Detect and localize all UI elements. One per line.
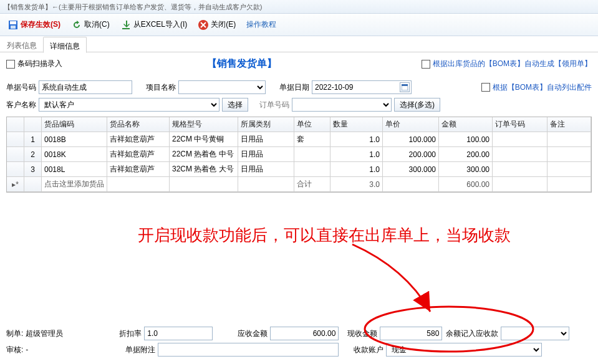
table-row[interactable]: 20018K吉祥如意葫芦22CM 热着色 中号日用品1.0200.000200.…: [7, 147, 591, 162]
save-button[interactable]: 保存生效(S): [2, 16, 65, 34]
customer-label: 客户名称: [6, 100, 36, 110]
col-name[interactable]: 货品名称: [107, 117, 170, 132]
col-price[interactable]: 单价: [383, 117, 439, 132]
col-remark[interactable]: 备注: [547, 117, 591, 132]
cell-qty[interactable]: 1.0: [330, 162, 383, 177]
cash-amount-label: 现收金额: [347, 328, 377, 339]
doc-no-input[interactable]: [39, 80, 132, 94]
col-spec[interactable]: 规格型号: [170, 117, 238, 132]
cell-code[interactable]: 0018B: [42, 132, 107, 147]
items-grid[interactable]: 货品编码 货品名称 规格型号 所属类别 单位 数量 单价 金额 订单号码 备注 …: [6, 117, 592, 193]
remain-select[interactable]: [501, 327, 569, 340]
cell-qty[interactable]: 1.0: [330, 147, 383, 162]
detail-panel: 条码扫描录入 【销售发货单】 根据出库货品的【BOM表】自动生成【领用单】 单据…: [0, 52, 598, 198]
row-index: 1: [24, 132, 42, 147]
col-amount[interactable]: 金额: [439, 117, 493, 132]
cell-price[interactable]: 100.000: [383, 132, 439, 147]
window-titlebar: 【销售发货单】←(主要用于根据销售订单给客户发货、退货等，并自动生成客户欠款): [0, 0, 598, 14]
note-label: 单据附注: [125, 345, 155, 355]
cell-category[interactable]: 日用品: [238, 147, 294, 162]
col-code[interactable]: 货品编码: [42, 117, 107, 132]
svg-rect-6: [402, 84, 408, 86]
cell-name[interactable]: 吉祥如意葫芦: [107, 147, 170, 162]
cell-spec[interactable]: 22CM 热着色 中号: [170, 147, 238, 162]
cell-remark[interactable]: [547, 162, 591, 177]
cell-amount[interactable]: 100.00: [439, 132, 493, 147]
save-icon: [7, 19, 19, 31]
cell-spec[interactable]: 22CM 中号黄铜: [170, 132, 238, 147]
cell-price[interactable]: 200.000: [383, 147, 439, 162]
tab-strip: 列表信息 详细信息: [0, 36, 598, 52]
cell-amount[interactable]: 200.00: [439, 147, 493, 162]
import-label: 从EXCEL导入(I): [133, 19, 188, 30]
auditor-label: 审核:: [6, 345, 23, 355]
cell-code[interactable]: 0018K: [42, 147, 107, 162]
sum-amount: 600.00: [439, 177, 493, 192]
doc-date-picker[interactable]: 2022-10-09: [312, 80, 412, 94]
page-title: 【销售发货单】: [62, 57, 422, 70]
note-input[interactable]: [158, 343, 339, 357]
cell-remark[interactable]: [547, 147, 591, 162]
import-excel-button[interactable]: 从EXCEL导入(I): [115, 16, 192, 34]
account-select[interactable]: 现金: [386, 343, 542, 357]
cell-spec[interactable]: 32CM 热着色 大号: [170, 162, 238, 177]
cell-name[interactable]: 吉祥如意葫芦: [107, 162, 170, 177]
customer-select[interactable]: 默认客户: [39, 98, 219, 112]
cell-code[interactable]: 0018L: [42, 162, 107, 177]
add-item-row[interactable]: ▸*点击这里添加货品合计3.0600.00: [7, 177, 591, 192]
order-no-select[interactable]: [292, 98, 392, 112]
bom-parts-checkbox[interactable]: [481, 83, 490, 92]
cell-unit[interactable]: [294, 162, 330, 177]
cell-price[interactable]: 300.000: [383, 162, 439, 177]
cell-unit[interactable]: [294, 147, 330, 162]
col-category[interactable]: 所属类别: [238, 117, 294, 132]
cell-category[interactable]: 日用品: [238, 162, 294, 177]
cell-order[interactable]: [493, 147, 547, 162]
cell-amount[interactable]: 300.00: [439, 162, 493, 177]
col-qty[interactable]: 数量: [330, 117, 383, 132]
doc-date-value: 2022-10-09: [315, 83, 400, 92]
col-unit[interactable]: 单位: [294, 117, 330, 132]
choose-order-multi-button[interactable]: 选择(多选): [394, 98, 440, 112]
footer-panel: 制单: 超级管理员 折扣率 应收金额 现收金额 余额记入应收款 审核: - 单据…: [0, 323, 598, 364]
remain-label: 余额记入应收款: [446, 328, 498, 339]
cash-amount-input[interactable]: [380, 327, 442, 340]
cell-order[interactable]: [493, 162, 547, 177]
project-select[interactable]: [178, 80, 266, 94]
calendar-icon[interactable]: [400, 82, 410, 92]
table-row[interactable]: 30018L吉祥如意葫芦32CM 热着色 大号日用品1.0300.000300.…: [7, 162, 591, 177]
undo-icon: [70, 19, 83, 31]
bom-auto-gen-checkbox[interactable]: [422, 60, 430, 69]
grid-header-row: 货品编码 货品名称 规格型号 所属类别 单位 数量 单价 金额 订单号码 备注: [7, 117, 591, 132]
cancel-label: 取消(C): [84, 19, 110, 30]
due-amount-label: 应收金额: [238, 328, 268, 339]
barcode-scan-label: 条码扫描录入: [17, 59, 62, 69]
close-button[interactable]: 关闭(E): [193, 16, 240, 34]
cell-remark[interactable]: [547, 132, 591, 147]
bom-auto-gen-label[interactable]: 根据出库货品的【BOM表】自动生成【领用单】: [433, 59, 592, 69]
barcode-scan-checkbox[interactable]: [6, 60, 15, 69]
table-row[interactable]: 10018B吉祥如意葫芦22CM 中号黄铜日用品套1.0100.000100.0…: [7, 132, 591, 147]
add-item-hint[interactable]: 点击这里添加货品: [42, 177, 107, 192]
cell-category[interactable]: 日用品: [238, 132, 294, 147]
svg-rect-3: [122, 28, 130, 29]
svg-rect-1: [10, 21, 16, 24]
due-amount-input[interactable]: [270, 327, 339, 340]
cell-order[interactable]: [493, 132, 547, 147]
cell-unit[interactable]: 套: [294, 132, 330, 147]
doc-date-label: 单据日期: [279, 82, 309, 93]
col-order[interactable]: 订单号码: [493, 117, 547, 132]
help-link[interactable]: 操作教程: [246, 19, 276, 30]
close-label: 关闭(E): [211, 19, 236, 30]
cell-qty[interactable]: 1.0: [330, 132, 383, 147]
cancel-button[interactable]: 取消(C): [66, 16, 114, 34]
bom-parts-label[interactable]: 根据【BOM表】自动列出配件: [493, 82, 592, 93]
choose-customer-button[interactable]: 选择: [222, 98, 248, 112]
discount-input[interactable]: [144, 327, 213, 340]
tab-list-info[interactable]: 列表信息: [0, 36, 44, 52]
row-index: 3: [24, 162, 42, 177]
cell-name[interactable]: 吉祥如意葫芦: [107, 132, 170, 147]
auditor-value: -: [26, 345, 28, 354]
tab-detail-info[interactable]: 详细信息: [43, 37, 87, 53]
main-toolbar: 保存生效(S) 取消(C) 从EXCEL导入(I) 关闭(E) 操作教程: [0, 14, 598, 36]
